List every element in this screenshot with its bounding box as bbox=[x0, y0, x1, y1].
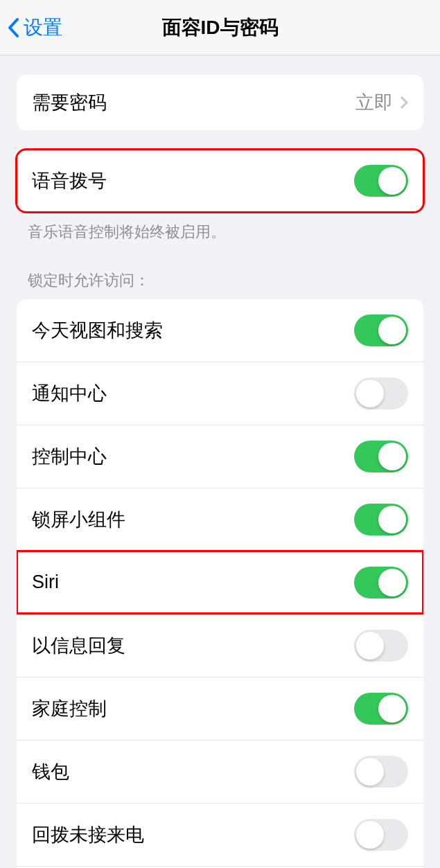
lock-access-header: 锁定时允许访问： bbox=[0, 242, 440, 292]
require-passcode-group: 需要密码 立即 bbox=[17, 75, 423, 130]
lock-access-row: 通知中心 bbox=[17, 362, 423, 425]
lock-access-label: 家庭控制 bbox=[32, 696, 107, 721]
lock-access-label: 回拨未接来电 bbox=[32, 822, 144, 847]
voice-dial-label: 语音拨号 bbox=[32, 168, 107, 193]
toggle-knob bbox=[356, 380, 384, 407]
lock-access-group: 今天视图和搜索通知中心控制中心锁屏小组件Siri以信息回复家庭控制钱包回拨未接来… bbox=[17, 299, 423, 868]
lock-access-label: 控制中心 bbox=[32, 444, 107, 469]
lock-access-label: 通知中心 bbox=[32, 381, 107, 406]
lock-access-label: Siri bbox=[32, 572, 59, 593]
voice-dial-footer: 音乐语音控制将始终被启用。 bbox=[0, 212, 440, 242]
require-passcode-row[interactable]: 需要密码 立即 bbox=[17, 75, 423, 130]
lock-access-row: 家庭控制 bbox=[17, 677, 423, 740]
toggle-knob bbox=[378, 695, 406, 723]
back-label: 设置 bbox=[24, 15, 62, 41]
lock-access-row: 钱包 bbox=[17, 740, 423, 803]
lock-access-label: 锁屏小组件 bbox=[32, 507, 125, 532]
lock-access-row: Siri bbox=[17, 551, 423, 614]
toggle-knob bbox=[378, 317, 406, 344]
require-passcode-value: 立即 bbox=[355, 90, 408, 115]
lock-access-label: 以信息回复 bbox=[32, 633, 125, 658]
toggle-knob bbox=[356, 632, 384, 659]
require-passcode-label: 需要密码 bbox=[32, 90, 107, 115]
lock-access-toggle[interactable] bbox=[354, 756, 408, 788]
lock-access-row: 锁屏小组件 bbox=[17, 488, 423, 551]
toggle-knob bbox=[378, 443, 406, 470]
navigation-header: 设置 面容ID与密码 bbox=[0, 0, 440, 55]
voice-dial-group: 语音拨号 bbox=[17, 150, 423, 212]
lock-access-toggle[interactable] bbox=[354, 567, 408, 599]
lock-access-row: 控制中心 bbox=[17, 425, 423, 488]
lock-access-toggle[interactable] bbox=[354, 819, 408, 851]
voice-dial-toggle[interactable] bbox=[354, 165, 408, 197]
require-passcode-value-text: 立即 bbox=[355, 90, 393, 115]
back-button[interactable]: 设置 bbox=[7, 15, 62, 41]
lock-access-toggle[interactable] bbox=[354, 630, 408, 662]
lock-access-toggle[interactable] bbox=[354, 378, 408, 409]
lock-access-row: 以信息回复 bbox=[17, 614, 423, 677]
toggle-knob bbox=[378, 167, 406, 195]
lock-access-label: 今天视图和搜索 bbox=[32, 318, 163, 343]
lock-access-row: 今天视图和搜索 bbox=[17, 299, 423, 362]
toggle-knob bbox=[378, 569, 406, 596]
page-title: 面容ID与密码 bbox=[162, 15, 279, 41]
lock-access-toggle[interactable] bbox=[354, 315, 408, 346]
lock-access-toggle[interactable] bbox=[354, 693, 408, 725]
toggle-knob bbox=[378, 506, 406, 533]
lock-access-toggle[interactable] bbox=[354, 504, 408, 535]
toggle-knob bbox=[356, 758, 384, 786]
lock-access-label: 钱包 bbox=[32, 759, 69, 784]
lock-access-toggle[interactable] bbox=[354, 441, 408, 472]
chevron-left-icon bbox=[7, 17, 19, 38]
lock-access-row: 回拨未接来电 bbox=[17, 803, 423, 866]
content: 需要密码 立即 语音拨号 音乐语音控制将始终被启用。 锁定时允许访问： 今天视图… bbox=[0, 75, 440, 868]
chevron-right-icon bbox=[400, 96, 408, 109]
voice-dial-row: 语音拨号 bbox=[17, 150, 423, 212]
toggle-knob bbox=[356, 821, 384, 849]
